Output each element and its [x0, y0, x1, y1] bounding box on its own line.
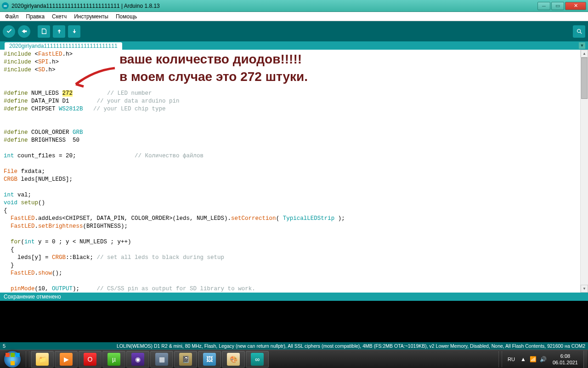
start-button[interactable]: [0, 350, 25, 368]
clock[interactable]: 6:08 06.01.2021: [550, 353, 581, 366]
footer: 5 LOLIN(WEMOS) D1 R2 & mini, 80 MHz, Fla…: [0, 342, 588, 350]
status-text: Сохранение отменено: [4, 293, 61, 300]
taskbar-explorer[interactable]: 📁: [31, 351, 54, 368]
menubar: Файл Правка Скетч Инструменты Помощь: [0, 12, 588, 21]
menu-help[interactable]: Помощь: [113, 12, 140, 21]
clock-time: 6:08: [553, 353, 578, 359]
menu-edit[interactable]: Правка: [23, 12, 48, 21]
taskbar-images[interactable]: 🖼: [198, 351, 221, 368]
show-desktop-button[interactable]: [583, 351, 587, 368]
svg-point-0: [577, 29, 580, 33]
save-button[interactable]: [68, 25, 80, 38]
windows-orb-icon: [4, 351, 21, 368]
verify-button[interactable]: [3, 25, 15, 38]
tab-sketch[interactable]: 2020girlyanda111111111111111111111111: [5, 42, 122, 50]
taskbar-opera[interactable]: O: [79, 351, 102, 368]
board-info: LOLIN(WEMOS) D1 R2 & mini, 80 MHz, Flash…: [117, 343, 585, 349]
taskbar-tor[interactable]: ◉: [126, 351, 149, 368]
tray-network-icon[interactable]: 📶: [530, 356, 537, 363]
line-number: 5: [3, 343, 6, 349]
scroll-down-button[interactable]: ▼: [581, 285, 588, 293]
upload-button[interactable]: [18, 25, 30, 38]
tabbar: 2020girlyanda111111111111111111111111 ▼: [0, 41, 588, 50]
tray-volume-icon[interactable]: 🔊: [540, 356, 547, 363]
taskbar-arduino[interactable]: ∞: [246, 351, 269, 368]
scroll-up-button[interactable]: ▲: [581, 50, 588, 58]
highlighted-number: 272: [62, 90, 73, 97]
scroll-thumb[interactable]: [581, 58, 588, 99]
titlebar: ∞ 2020girlyanda111111111111111111111111 …: [0, 0, 588, 12]
taskbar-app7[interactable]: 📓: [174, 351, 197, 368]
window-title: 2020girlyanda111111111111111111111111 | …: [11, 3, 537, 9]
taskbar-utorrent[interactable]: µ: [102, 351, 125, 368]
taskbar-separator: [26, 351, 29, 367]
menu-file[interactable]: Файл: [2, 12, 22, 21]
serial-monitor-button[interactable]: [573, 25, 585, 38]
taskbar-media[interactable]: ▶: [55, 351, 78, 368]
taskbar: 📁 ▶ O µ ◉ ▦ 📓 🖼 🎨 ∞ RU ▲ 📶 🔊 6:08 06.01.…: [0, 350, 588, 368]
close-button[interactable]: ✕: [565, 2, 586, 10]
toolbar: [0, 21, 588, 41]
menu-sketch[interactable]: Скетч: [49, 12, 70, 21]
taskbar-paint[interactable]: 🎨: [222, 351, 245, 368]
maximize-button[interactable]: ▭: [551, 2, 564, 10]
language-indicator[interactable]: RU: [506, 356, 517, 363]
code-editor[interactable]: #include <FastLED.h> #include <SPI.h> #i…: [0, 50, 580, 293]
tray-flag-icon[interactable]: ▲: [520, 356, 527, 363]
app-icon: ∞: [2, 2, 9, 9]
editor: #include <FastLED.h> #include <SPI.h> #i…: [0, 50, 588, 293]
clock-date: 06.01.2021: [553, 359, 578, 366]
vertical-scrollbar[interactable]: ▲ ▼: [580, 50, 588, 293]
minimize-button[interactable]: ─: [537, 2, 550, 10]
new-button[interactable]: [38, 25, 50, 38]
taskbar-app6[interactable]: ▦: [150, 351, 173, 368]
open-button[interactable]: [53, 25, 65, 38]
tab-dropdown[interactable]: ▼: [579, 42, 585, 49]
system-tray: RU ▲ 📶 🔊 6:08 06.01.2021: [498, 351, 588, 368]
statusbar: Сохранение отменено: [0, 293, 588, 301]
console[interactable]: [0, 301, 588, 342]
tray-separator: [498, 351, 502, 367]
menu-tools[interactable]: Инструменты: [71, 12, 112, 21]
